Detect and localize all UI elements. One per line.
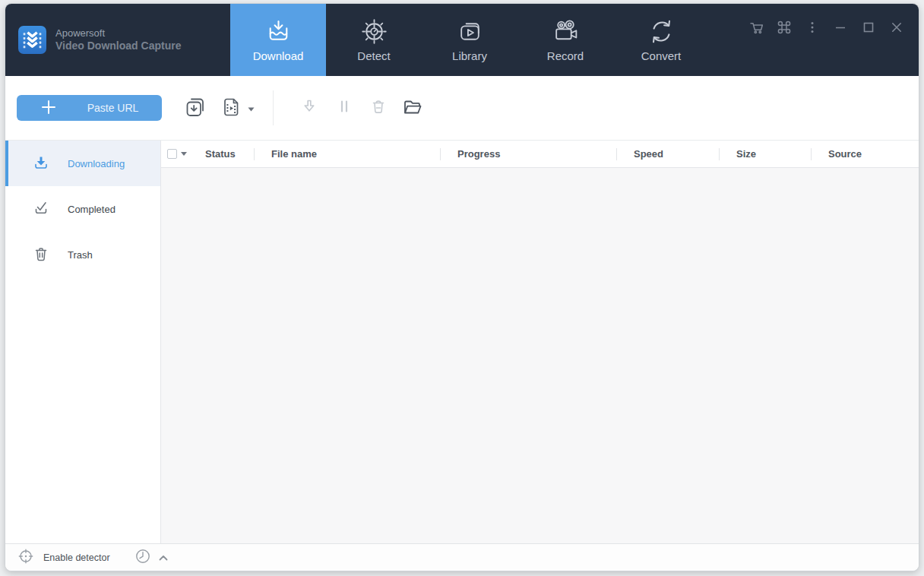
column-speed[interactable]: Speed bbox=[616, 141, 719, 167]
sidebar: Downloading Completed bbox=[5, 141, 161, 543]
delete-icon bbox=[369, 97, 388, 119]
select-all-cell bbox=[161, 141, 195, 167]
open-folder-icon bbox=[402, 97, 423, 120]
sidebar-item-completed[interactable]: Completed bbox=[5, 186, 160, 232]
app-subtitle: Video Download Capture bbox=[55, 40, 181, 53]
start-download-icon bbox=[299, 97, 319, 119]
chevron-up-icon[interactable] bbox=[158, 554, 169, 562]
downloading-icon bbox=[33, 154, 49, 173]
tab-label: Record bbox=[547, 49, 584, 62]
close-icon[interactable] bbox=[889, 20, 904, 35]
pause-icon bbox=[334, 97, 354, 119]
titlebar-controls bbox=[748, 20, 904, 35]
statusbar: Enable detector bbox=[5, 543, 919, 571]
tab-label: Download bbox=[253, 49, 304, 62]
select-dropdown-icon[interactable] bbox=[181, 152, 187, 156]
sidebar-item-label: Completed bbox=[68, 204, 115, 215]
column-progress[interactable]: Progress bbox=[440, 141, 616, 167]
play-library-icon bbox=[456, 17, 484, 46]
history-clock-icon[interactable] bbox=[134, 547, 152, 568]
detector-label: Enable detector bbox=[43, 552, 110, 563]
chevron-down-icon bbox=[248, 103, 255, 114]
main-area: Downloading Completed bbox=[5, 140, 919, 543]
main-nav: Download Detect bbox=[230, 4, 709, 76]
sidebar-item-label: Downloading bbox=[68, 158, 125, 169]
titlebar: Apowersoft Video Download Capture Downlo… bbox=[5, 4, 919, 76]
tab-record[interactable]: Record bbox=[517, 4, 613, 76]
app-logo-icon bbox=[18, 26, 46, 54]
video-format-button[interactable] bbox=[220, 96, 255, 121]
batch-add-download-icon bbox=[184, 96, 207, 121]
maximize-icon[interactable] bbox=[861, 20, 876, 35]
tab-label: Convert bbox=[641, 49, 682, 62]
column-file-name[interactable]: File name bbox=[254, 141, 440, 167]
minimize-icon[interactable] bbox=[833, 20, 848, 35]
sync-arrows-icon bbox=[647, 17, 676, 46]
delete-button[interactable] bbox=[369, 97, 388, 119]
table-body-empty bbox=[161, 168, 919, 543]
tab-download[interactable]: Download bbox=[230, 4, 326, 76]
app-title: Apowersoft Video Download Capture bbox=[55, 27, 181, 53]
trash-icon bbox=[33, 245, 49, 264]
column-status[interactable]: Status bbox=[195, 141, 254, 167]
pause-button[interactable] bbox=[334, 97, 354, 119]
paste-url-button[interactable]: Paste URL bbox=[17, 95, 162, 121]
tab-detect[interactable]: Detect bbox=[326, 4, 422, 76]
video-file-icon bbox=[220, 96, 242, 121]
completed-icon bbox=[33, 200, 49, 219]
movie-camera-icon bbox=[552, 17, 580, 46]
sidebar-item-label: Trash bbox=[68, 249, 93, 261]
app-name: Apowersoft bbox=[55, 27, 181, 40]
start-download-button[interactable] bbox=[299, 97, 319, 119]
sidebar-item-downloading[interactable]: Downloading bbox=[5, 141, 160, 186]
plus-icon bbox=[40, 99, 57, 118]
table-header: Status File name Progress Speed Size Sou… bbox=[161, 141, 919, 168]
toolbar: Paste URL bbox=[5, 76, 919, 140]
column-source[interactable]: Source bbox=[811, 141, 919, 167]
download-tray-icon bbox=[264, 17, 293, 46]
radar-icon bbox=[360, 17, 388, 46]
cart-icon[interactable] bbox=[748, 20, 764, 35]
kebab-menu-icon[interactable] bbox=[805, 20, 820, 35]
download-list: Status File name Progress Speed Size Sou… bbox=[161, 141, 919, 543]
sidebar-item-trash[interactable]: Trash bbox=[5, 232, 160, 277]
paste-url-label: Paste URL bbox=[87, 102, 139, 114]
detector-icon[interactable] bbox=[17, 548, 34, 568]
select-all-checkbox[interactable] bbox=[167, 149, 177, 159]
toolbar-divider bbox=[273, 90, 274, 125]
tab-label: Detect bbox=[357, 49, 390, 62]
column-size[interactable]: Size bbox=[719, 141, 811, 167]
tab-label: Library bbox=[452, 49, 487, 62]
app-window: Apowersoft Video Download Capture Downlo… bbox=[5, 3, 919, 571]
app-brand: Apowersoft Video Download Capture bbox=[5, 26, 181, 54]
tab-library[interactable]: Library bbox=[422, 4, 517, 76]
open-folder-button[interactable] bbox=[402, 97, 423, 120]
batch-add-download-button[interactable] bbox=[184, 96, 207, 121]
apps-icon[interactable] bbox=[777, 20, 792, 35]
tab-convert[interactable]: Convert bbox=[613, 4, 709, 76]
